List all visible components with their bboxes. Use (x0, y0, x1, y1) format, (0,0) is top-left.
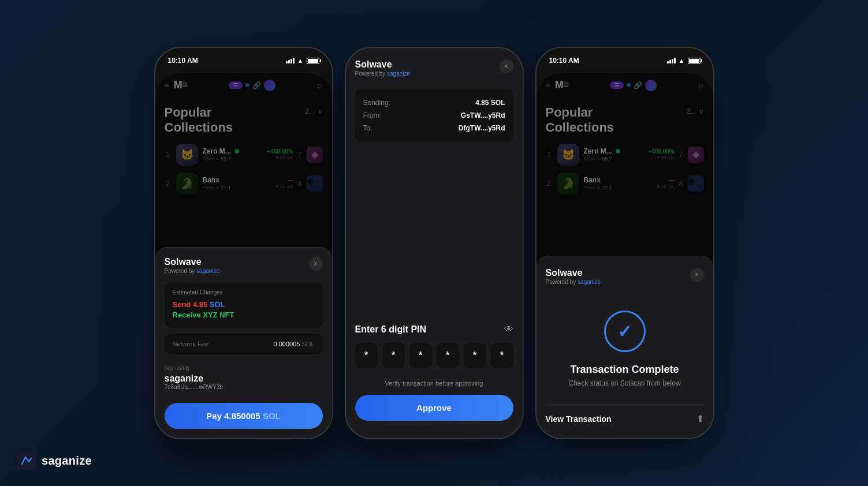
pin-dot-6[interactable]: * (491, 343, 513, 368)
wifi-icon: ▲ (297, 57, 304, 64)
fee-value: 0.000005 SOL (274, 341, 315, 347)
pin-dot-1[interactable]: * (355, 343, 378, 368)
signal-icon (286, 58, 295, 63)
pin-modal: Solwave Powered by saganize × Sending: 4… (346, 48, 523, 438)
send-row: Send 4.85 SOL (173, 300, 315, 309)
pay-currency: SOL (263, 411, 281, 421)
phone-3-screen: 10:10 AM ▲ (537, 48, 713, 438)
wallet-address: 7e8a6Uq.......wRWY3b (165, 384, 323, 390)
phone-1: 10:10 AM ▲ (154, 47, 333, 439)
success-circle: ✓ (604, 311, 646, 352)
pin-modal-subtitle: Powered by saganize (355, 70, 411, 77)
success-content: ✓ Transaction Complete Check status on S… (546, 293, 704, 399)
pay-using-section: pay using saganize 7e8a6Uq.......wRWY3b (165, 360, 323, 395)
phone-2: 10:10 AM ▲ (345, 47, 524, 439)
brand-name: saganize (42, 454, 92, 468)
close-button[interactable]: × (309, 257, 323, 271)
fee-label: Network Fee: (173, 341, 210, 347)
phone-1-app-bg: ≡ M≡ 🔗 (155, 73, 332, 438)
phone-3-time: 10:10 AM (549, 57, 579, 65)
brand-icon (17, 451, 36, 470)
pin-section: Enter 6 digit PIN 👁 * * * * * * Verify t… (355, 324, 513, 427)
success-subtitle: Check status on Solscan from below (568, 379, 680, 387)
phones-container: 10:10 AM ▲ (154, 47, 714, 439)
eye-icon[interactable]: 👁 (504, 324, 513, 335)
pin-dot-3[interactable]: * (409, 343, 432, 368)
success-modal: Solwave Powered by saganize × ✓ Transact… (537, 256, 713, 438)
phone-3-status-icons: ▲ (667, 57, 700, 64)
payment-modal: Solwave Powered by saganize × Estimated … (155, 247, 332, 438)
success-modal-subtitle: Powered by saganize (546, 279, 601, 285)
phone-3-app-bg: ≡ M≡ 🔗 (537, 73, 713, 438)
svg-rect-0 (17, 451, 36, 470)
pin-dot-2[interactable]: * (382, 343, 405, 368)
battery-icon-3 (688, 58, 701, 64)
approve-button[interactable]: Approve (355, 395, 513, 421)
verify-text: Verify transaction before approving (355, 380, 513, 387)
phone-1-status-bar: 10:10 AM ▲ (155, 48, 332, 73)
pay-button[interactable]: Pay 4.850005 SOL (165, 403, 323, 429)
success-modal-title: Solwave (546, 268, 601, 278)
checkmark-icon: ✓ (617, 321, 632, 342)
view-transaction-row[interactable]: View Transaction ⬆ (546, 405, 704, 427)
pin-dot-5[interactable]: * (464, 343, 486, 368)
tx-from-row: From: GsTW....y5Rd (363, 109, 505, 122)
receive-row: Receive XYZ NFT (173, 311, 315, 319)
pin-modal-title: Solwave (355, 59, 411, 70)
signal-icon-3 (667, 58, 676, 63)
changes-label: Estimated Changes (173, 289, 315, 296)
modal-subtitle-1: Powered by saganize (165, 268, 220, 274)
phone-3: 10:10 AM ▲ (535, 47, 714, 439)
pin-dot-4[interactable]: * (437, 343, 459, 368)
share-icon[interactable]: ⬆ (696, 413, 704, 424)
tx-sending-row: Sending: 4.85 SOL (363, 96, 505, 109)
brand-logo: saganize (17, 451, 92, 470)
success-title: Transaction Complete (570, 364, 679, 376)
wifi-icon-3: ▲ (679, 57, 685, 64)
phone-1-screen: 10:10 AM ▲ (155, 48, 332, 438)
pin-dots-container: * * * * * * (355, 343, 513, 368)
fee-card: Network Fee: 0.000005 SOL (165, 334, 323, 354)
pin-title: Enter 6 digit PIN (355, 324, 427, 335)
phone-1-status-icons: ▲ (286, 57, 319, 64)
battery-icon (307, 58, 319, 64)
modal-title-1: Solwave (165, 257, 220, 267)
tx-to-row: To: DfgTW....y5Rd (363, 122, 505, 134)
pin-close-button[interactable]: × (500, 59, 513, 73)
phone-1-time: 10:10 AM (168, 57, 198, 65)
success-close-button[interactable]: × (690, 268, 704, 282)
transaction-details: Sending: 4.85 SOL From: GsTW....y5Rd To:… (355, 88, 513, 143)
phone-2-screen: 10:10 AM ▲ (346, 48, 523, 438)
estimated-changes-card: Estimated Changes Send 4.85 SOL Receive … (165, 282, 323, 328)
wallet-name: saganize (165, 373, 323, 384)
phone-3-status-bar: 10:10 AM ▲ (537, 48, 713, 73)
pay-using-label: pay using (165, 365, 323, 371)
view-transaction-label: View Transaction (546, 414, 612, 424)
